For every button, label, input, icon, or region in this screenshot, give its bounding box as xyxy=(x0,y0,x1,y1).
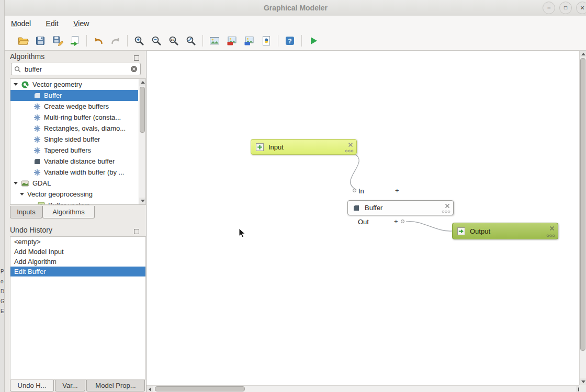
scroll-up-button[interactable] xyxy=(139,79,146,86)
strip-text-fragment: P xyxy=(1,269,4,274)
delete-node-icon[interactable] xyxy=(549,226,555,231)
strip-text-fragment: E xyxy=(1,308,4,314)
collapse-arrow-icon[interactable] xyxy=(14,83,18,86)
undo-item-empty[interactable]: <empty> xyxy=(10,237,145,247)
scroll-left-button[interactable] xyxy=(146,386,153,392)
delete-node-icon[interactable] xyxy=(348,142,353,147)
node-model-output[interactable]: Output xyxy=(452,223,558,239)
arrow-down-icon xyxy=(141,200,145,202)
scroll-down-button[interactable] xyxy=(139,198,146,204)
export-python-icon xyxy=(261,35,272,47)
save-model-as-button[interactable] xyxy=(50,33,65,49)
tab-algorithms[interactable]: Algorithms xyxy=(42,206,95,218)
export-svg-button[interactable] xyxy=(241,33,257,49)
delete-node-icon[interactable] xyxy=(445,203,450,209)
undo-item-edit-buffer[interactable]: Edit Buffer xyxy=(10,267,145,276)
zoom-actual-icon: 1:1 xyxy=(168,35,179,47)
undo-button[interactable] xyxy=(91,33,106,49)
svg-text:?: ? xyxy=(288,38,291,45)
redo-button[interactable] xyxy=(108,33,123,49)
tree-group-vector-geometry[interactable]: Vector geometry xyxy=(10,79,138,90)
input-socket[interactable] xyxy=(353,189,356,192)
tree-item-variable-distance-buffer[interactable]: Variable distance buffer xyxy=(10,156,138,167)
maximize-button[interactable]: □ xyxy=(559,2,572,14)
output-socket[interactable] xyxy=(401,220,404,223)
save-as-icon xyxy=(52,35,63,47)
tree-scrollbar[interactable] xyxy=(139,79,145,204)
link-dots-icon xyxy=(546,234,555,237)
link-dots-icon xyxy=(345,149,354,153)
search-icon xyxy=(14,66,21,73)
tree-item-rectangles-ovals[interactable]: Rectangles, ovals, diamo... xyxy=(10,123,138,134)
close-button[interactable]: × xyxy=(576,2,586,14)
tree-item-label: Multi-ring buffer (consta... xyxy=(44,113,121,121)
tree-item-single-sided-buffer[interactable]: Single sided buffer xyxy=(10,134,138,145)
node-label: Input xyxy=(268,143,284,151)
scrollbar-thumb[interactable] xyxy=(580,58,585,351)
scrollbar-corner xyxy=(579,385,586,392)
algorithm-search-box xyxy=(11,63,141,75)
tree-item-label: Variable distance buffer xyxy=(44,157,115,165)
tree-item-buffer-vectors[interactable]: Buffer vectors xyxy=(10,200,138,205)
zoom-actual-button[interactable]: 1:1 xyxy=(166,33,182,49)
tab-inputs[interactable]: Inputs xyxy=(10,206,42,218)
toolbar-separator xyxy=(202,35,203,47)
canvas-hscrollbar[interactable] xyxy=(146,385,583,392)
tree-item-buffer[interactable]: Buffer xyxy=(10,90,138,101)
zoom-full-button[interactable] xyxy=(183,33,199,49)
scrollbar-thumb[interactable] xyxy=(140,87,145,133)
undo-item-add-algorithm[interactable]: Add Algorithm xyxy=(10,257,145,267)
tree-item-create-wedge-buffers[interactable]: Create wedge buffers xyxy=(10,101,138,112)
algorithms-panel-title: Algorithms xyxy=(10,52,44,61)
open-model-button[interactable] xyxy=(15,33,31,49)
open-folder-icon xyxy=(17,35,29,47)
algorithms-tree: Vector geometry Buffer Create wedge buff… xyxy=(10,78,146,205)
tree-group-gdal[interactable]: GDAL xyxy=(10,178,138,189)
node-buffer-algorithm[interactable]: Buffer xyxy=(347,200,454,215)
float-panel-icon[interactable] xyxy=(134,227,139,232)
tree-item-multi-ring-buffer[interactable]: Multi-ring buffer (consta... xyxy=(10,112,138,123)
zoom-out-button[interactable] xyxy=(149,33,164,49)
export-image-button[interactable] xyxy=(207,33,222,49)
tree-subgroup-vector-geoprocessing[interactable]: Vector geoprocessing xyxy=(10,189,138,200)
save-model-button[interactable] xyxy=(32,33,48,49)
menu-model[interactable]: Model xyxy=(5,16,37,31)
canvas-vscrollbar[interactable] xyxy=(579,51,586,385)
float-panel-icon[interactable] xyxy=(134,53,139,59)
expand-inputs-button[interactable]: + xyxy=(395,188,399,194)
tree-item-tapered-buffers[interactable]: Tapered buffers xyxy=(10,145,138,156)
export-python-button[interactable] xyxy=(258,33,274,49)
toolbar-separator xyxy=(301,35,302,47)
vector-geometry-icon xyxy=(33,103,41,110)
undo-history-list: <empty> Add Model Input Add Algorithm Ed… xyxy=(10,236,146,379)
scroll-down-button[interactable] xyxy=(580,378,586,385)
expand-outputs-button[interactable]: + xyxy=(394,218,398,225)
titlebar[interactable]: Graphical Modeler − □ × xyxy=(5,0,586,16)
scroll-up-button[interactable] xyxy=(580,51,586,57)
minimize-button[interactable]: − xyxy=(543,2,555,14)
add-input-icon xyxy=(256,143,264,151)
export-pdf-button[interactable] xyxy=(224,33,240,49)
scrollbar-thumb[interactable] xyxy=(155,386,245,391)
run-model-button[interactable] xyxy=(306,33,321,49)
tree-item-variable-width-buffer[interactable]: Variable width buffer (by ... xyxy=(10,167,138,178)
node-model-input[interactable]: Input xyxy=(251,139,357,155)
menu-edit[interactable]: Edit xyxy=(40,16,65,31)
menu-view[interactable]: View xyxy=(67,16,95,31)
zoom-in-button[interactable] xyxy=(131,33,147,49)
save-model-in-project-button[interactable] xyxy=(67,33,83,49)
buffer-algorithm-icon xyxy=(33,92,41,99)
help-button[interactable]: ? xyxy=(282,33,298,49)
gdal-icon xyxy=(21,180,29,187)
tab-variables[interactable]: Var... xyxy=(55,380,85,391)
collapse-arrow-icon[interactable] xyxy=(14,182,18,185)
tree-item-label: Tapered buffers xyxy=(44,146,91,154)
collapse-arrow-icon[interactable] xyxy=(20,193,24,195)
undo-item-add-model-input[interactable]: Add Model Input xyxy=(10,247,145,257)
clear-search-icon[interactable] xyxy=(130,65,138,73)
mouse-cursor-icon xyxy=(239,228,246,238)
search-input[interactable] xyxy=(24,65,130,74)
tab-model-properties[interactable]: Model Prop... xyxy=(86,380,145,391)
tab-undo-history[interactable]: Undo H... xyxy=(10,380,54,391)
vector-geometry-icon xyxy=(33,147,41,154)
